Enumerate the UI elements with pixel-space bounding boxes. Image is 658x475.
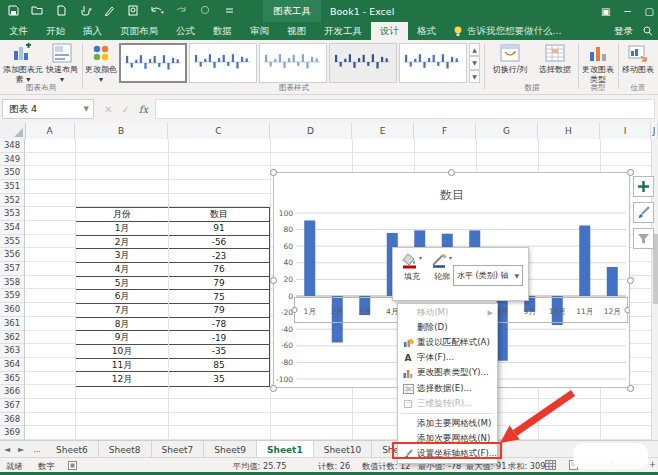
quick-layout-button[interactable]: 快速布局▾ xyxy=(44,42,80,85)
print-preview-icon[interactable] xyxy=(126,3,140,17)
table-row[interactable]: 10月-35 xyxy=(76,345,269,359)
tab-开发工具[interactable]: 开发工具 xyxy=(315,22,371,40)
chart-selection-handle[interactable] xyxy=(270,277,277,284)
quick-access-toolbar[interactable]: ▾▾ xyxy=(6,3,236,17)
tab-公式[interactable]: 公式 xyxy=(167,22,204,40)
signin-area[interactable]: 登录 xyxy=(614,22,658,40)
undo-icon[interactable]: ▾ xyxy=(150,3,164,17)
sheet-tab-Sheet10[interactable]: Sheet10 xyxy=(314,441,372,458)
chart-selection-handle[interactable] xyxy=(270,169,277,176)
cell-month[interactable]: 2月 xyxy=(76,236,169,249)
new-icon[interactable] xyxy=(54,3,68,17)
save-icon[interactable] xyxy=(6,3,20,17)
chart-selection-handle[interactable] xyxy=(270,385,277,392)
fill-button[interactable]: ▾ 填充 xyxy=(397,252,427,282)
cell-value[interactable]: 79 xyxy=(169,277,269,290)
switch-row-col-button[interactable]: 切换行/列 xyxy=(488,42,532,75)
redo-icon[interactable] xyxy=(174,3,188,17)
row-header-354[interactable]: 354 xyxy=(0,221,24,235)
row-header-363[interactable]: 363 xyxy=(0,344,24,358)
chart-selection-handle[interactable] xyxy=(627,385,634,392)
table-row[interactable]: 3月-23 xyxy=(76,249,269,263)
customize-qat-icon[interactable] xyxy=(222,3,236,17)
table-row[interactable]: 8月-78 xyxy=(76,318,269,332)
cell-value[interactable]: -35 xyxy=(169,345,269,358)
row-header-362[interactable]: 362 xyxy=(0,331,24,345)
gallery-up-icon[interactable]: ▲ xyxy=(469,43,480,56)
sheet-overflow-left[interactable]: ... xyxy=(28,441,46,458)
column-header-F[interactable]: F xyxy=(414,123,476,139)
chart-style-thumbnail-3[interactable] xyxy=(259,43,327,83)
table-row[interactable]: 9月-19 xyxy=(76,331,269,345)
chart-style-thumbnail-2[interactable] xyxy=(189,43,257,83)
move-chart-button[interactable]: 移动图表 xyxy=(620,42,656,75)
menu-item-更改图表类型[interactable]: 更改图表类型(Y)... xyxy=(398,366,497,381)
cell-month[interactable]: 9月 xyxy=(76,331,169,344)
table-row[interactable]: 6月75 xyxy=(76,290,269,304)
row-header-351[interactable]: 351 xyxy=(0,180,24,194)
row-header-356[interactable]: 356 xyxy=(0,248,24,262)
open-icon[interactable] xyxy=(30,3,44,17)
menu-item-重设以匹配样式[interactable]: 重设以匹配样式(A) xyxy=(398,335,497,350)
search-icon[interactable] xyxy=(643,26,652,36)
normal-view-icon[interactable] xyxy=(545,460,556,472)
change-chart-type-button[interactable]: 更改图表类型 xyxy=(580,42,616,85)
sheet-tab-Sheet6[interactable]: Sheet6 xyxy=(46,441,99,458)
data-table[interactable]: 月份数目1月912月-563月-234月765月796月757月798月-789… xyxy=(75,207,270,387)
table-row[interactable]: 1月91 xyxy=(76,222,269,236)
row-header-359[interactable]: 359 xyxy=(0,289,24,303)
cell-month[interactable]: 6月 xyxy=(76,290,169,303)
sheet-tab-Sheet7[interactable]: Sheet7 xyxy=(152,441,205,458)
chart-selection-handle[interactable] xyxy=(627,169,634,176)
chart-style-thumbnail-4[interactable] xyxy=(329,43,397,83)
name-box-dropdown-icon[interactable]: ▼ xyxy=(84,105,89,113)
row-header-349[interactable]: 349 xyxy=(0,153,24,167)
column-header-A[interactable]: A xyxy=(25,123,75,139)
row-header-355[interactable]: 355 xyxy=(0,235,24,249)
add-chart-element-button[interactable]: 添加图表元素 ▾ xyxy=(2,42,44,85)
cell-value[interactable]: 79 xyxy=(169,304,269,317)
cell-value[interactable]: 35 xyxy=(169,372,269,386)
row-header-361[interactable]: 361 xyxy=(0,317,24,331)
signin-label[interactable]: 登录 xyxy=(614,25,633,38)
cell-month[interactable]: 11月 xyxy=(76,359,169,372)
chart-styles-gallery[interactable] xyxy=(119,43,467,83)
gallery-down-icon[interactable]: ▼ xyxy=(469,56,480,69)
table-row[interactable]: 4月76 xyxy=(76,263,269,277)
cell-month[interactable]: 4月 xyxy=(76,263,169,276)
menu-item-删除[interactable]: 删除(D) xyxy=(398,320,497,335)
cell-month[interactable]: 8月 xyxy=(76,318,169,331)
row-header-350[interactable]: 350 xyxy=(0,166,24,180)
row-header-367[interactable]: 367 xyxy=(0,399,24,413)
row-header-365[interactable]: 365 xyxy=(0,372,24,386)
minimize-button[interactable]: ─ xyxy=(625,6,631,17)
sheet-nav-right-icon[interactable]: ► xyxy=(14,441,28,458)
sheet-nav-left-icon[interactable]: ◄ xyxy=(0,441,14,458)
cell-month[interactable]: 7月 xyxy=(76,304,169,317)
chart-selection-handle[interactable] xyxy=(448,169,455,176)
change-colors-button[interactable]: 更改颜色 ▾ xyxy=(85,42,117,85)
ribbon-display-options-icon[interactable]: ▣ xyxy=(601,6,610,17)
row-header-353[interactable]: 353 xyxy=(0,207,24,221)
zoom-in-icon[interactable]: + xyxy=(649,459,656,469)
sheet-tab-Sheet1[interactable]: Sheet1 xyxy=(257,441,314,458)
insert-function-icon[interactable]: fx xyxy=(139,104,148,115)
tab-插入[interactable]: 插入 xyxy=(74,22,111,40)
cell-month[interactable]: 3月 xyxy=(76,249,169,262)
column-header-I[interactable]: I xyxy=(600,123,651,139)
column-header-E[interactable]: E xyxy=(352,123,414,139)
tell-me-box[interactable]: 告诉我您想要做什么... xyxy=(445,22,570,40)
column-headers[interactable]: ABCDEFGHIJ xyxy=(0,123,658,140)
column-header-H[interactable]: H xyxy=(538,123,600,139)
cell-value[interactable]: 85 xyxy=(169,359,269,372)
row-header-368[interactable]: 368 xyxy=(0,413,24,427)
column-header-B[interactable]: B xyxy=(75,123,168,139)
formula-input[interactable] xyxy=(155,99,655,119)
sheet-tab-Sheet8[interactable]: Sheet8 xyxy=(99,441,152,458)
column-header-D[interactable]: D xyxy=(270,123,352,139)
cell-value[interactable]: -19 xyxy=(169,331,269,344)
maximize-button[interactable]: ▢ xyxy=(645,6,654,17)
row-header-348[interactable]: 348 xyxy=(0,139,24,153)
cell-value[interactable]: 76 xyxy=(169,263,269,276)
enter-icon[interactable]: ✓ xyxy=(121,104,129,115)
